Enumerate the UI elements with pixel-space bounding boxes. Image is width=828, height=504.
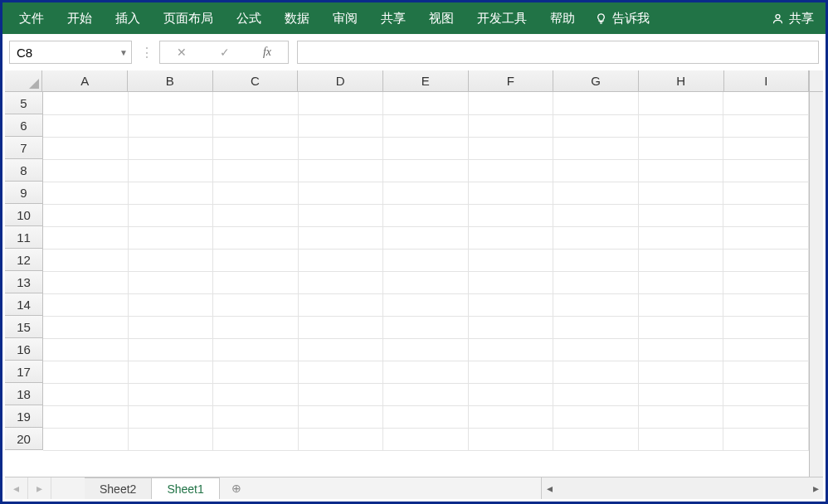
- horizontal-scrollbar[interactable]: ◂ ▸: [541, 477, 823, 499]
- row-header[interactable]: 17: [5, 361, 43, 383]
- row-header[interactable]: 10: [5, 204, 43, 226]
- row-header[interactable]: 11: [5, 226, 43, 249]
- row-header[interactable]: 12: [5, 249, 43, 271]
- sheet-tab-bar: ◂ ▸ Sheet2 Sheet1 ⊕ ◂ ▸: [5, 477, 823, 499]
- ribbon-tab-share[interactable]: 共享: [369, 2, 417, 34]
- ribbon-tab-developer[interactable]: 开发工具: [465, 2, 538, 34]
- chevron-down-icon[interactable]: ▼: [119, 48, 128, 57]
- ribbon: 文件 开始 插入 页面布局 公式 数据 审阅 共享 视图 开发工具 帮助 告诉我…: [2, 2, 826, 34]
- row-header[interactable]: 16: [5, 338, 43, 361]
- ribbon-tab-home[interactable]: 开始: [56, 2, 104, 34]
- ribbon-tab-review[interactable]: 审阅: [321, 2, 369, 34]
- cell-grid[interactable]: [43, 92, 809, 477]
- row-header[interactable]: 18: [5, 383, 43, 405]
- grip-icon: ⋮: [140, 45, 151, 61]
- row-header[interactable]: 15: [5, 316, 43, 338]
- sheet-nav-next[interactable]: ▸: [28, 477, 51, 499]
- hscroll-track[interactable]: [557, 477, 808, 499]
- name-box-value: C8: [17, 46, 32, 60]
- sheet-tab[interactable]: Sheet2: [85, 477, 152, 499]
- row-header[interactable]: 6: [5, 114, 43, 137]
- row-header-column: 5 6 7 8 9 10 11 12 13 14 15 16 17 18 19 …: [5, 92, 43, 477]
- hscroll-left-icon[interactable]: ◂: [542, 477, 557, 499]
- share-button[interactable]: 共享: [765, 11, 821, 27]
- ribbon-tab-data[interactable]: 数据: [273, 2, 321, 34]
- ribbon-tab-file[interactable]: 文件: [7, 2, 56, 34]
- column-header[interactable]: A: [42, 70, 128, 91]
- ribbon-tab-view[interactable]: 视图: [417, 2, 465, 34]
- hscroll-right-icon[interactable]: ▸: [808, 477, 823, 499]
- share-label: 共享: [789, 11, 814, 27]
- row-header[interactable]: 7: [5, 137, 43, 159]
- tell-me-label: 告诉我: [612, 11, 650, 27]
- formula-buttons: ✕ ✓ fx: [159, 41, 289, 64]
- add-sheet-button[interactable]: ⊕: [220, 477, 253, 499]
- sheet-tab-active[interactable]: Sheet1: [152, 477, 219, 499]
- tell-me-button[interactable]: 告诉我: [587, 11, 658, 27]
- row-header[interactable]: 9: [5, 182, 43, 204]
- row-header[interactable]: 5: [5, 92, 43, 114]
- sheet-area: A B C D E F G H I 5 6 7 8 9 10 11 12 13 …: [5, 70, 823, 477]
- column-header[interactable]: C: [213, 70, 299, 91]
- column-header[interactable]: H: [639, 70, 724, 91]
- formula-bar: C8 ▼ ⋮ ✕ ✓ fx: [2, 34, 826, 67]
- vertical-scrollbar[interactable]: [809, 92, 823, 477]
- name-box[interactable]: C8 ▼: [9, 41, 132, 64]
- svg-point-0: [776, 14, 780, 18]
- enter-icon[interactable]: ✓: [220, 46, 230, 59]
- ribbon-tab-pagelayout[interactable]: 页面布局: [152, 2, 225, 34]
- formula-input[interactable]: [297, 41, 819, 64]
- cancel-icon[interactable]: ✕: [177, 46, 187, 59]
- ribbon-tab-formulas[interactable]: 公式: [225, 2, 273, 34]
- sheet-nav-prev[interactable]: ◂: [5, 477, 28, 499]
- lightbulb-icon: [595, 12, 607, 25]
- row-header[interactable]: 13: [5, 271, 43, 293]
- column-header[interactable]: B: [128, 70, 213, 91]
- column-header[interactable]: I: [724, 70, 810, 91]
- column-header-row: A B C D E F G H I: [5, 70, 823, 92]
- row-header[interactable]: 14: [5, 293, 43, 316]
- column-header[interactable]: F: [469, 70, 554, 91]
- person-icon: [772, 12, 784, 25]
- column-header[interactable]: G: [553, 70, 639, 91]
- row-header[interactable]: 20: [5, 428, 43, 450]
- fx-icon[interactable]: fx: [263, 46, 271, 59]
- select-all-corner[interactable]: [5, 70, 42, 91]
- column-header[interactable]: E: [383, 70, 469, 91]
- row-header[interactable]: 8: [5, 159, 43, 182]
- vertical-scrollbar-top[interactable]: [809, 70, 823, 91]
- row-header[interactable]: 19: [5, 405, 43, 428]
- ribbon-tab-insert[interactable]: 插入: [104, 2, 152, 34]
- ribbon-tab-help[interactable]: 帮助: [538, 2, 587, 34]
- column-header[interactable]: D: [298, 70, 383, 91]
